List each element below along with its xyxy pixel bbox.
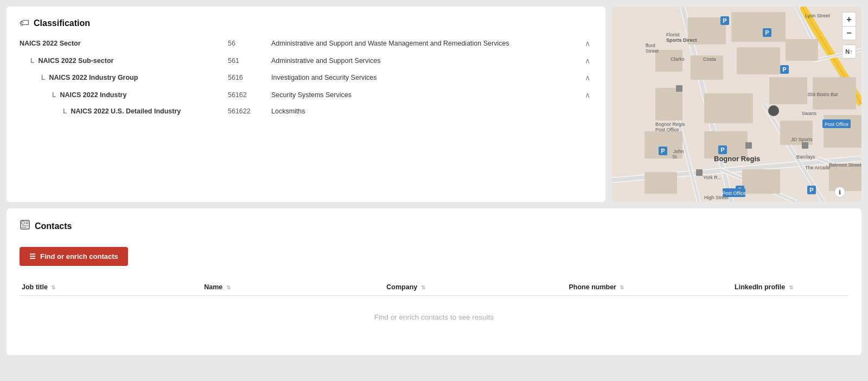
svg-rect-24: [786, 39, 818, 61]
col-header-linkedin: LinkedIn profile ⇅: [732, 279, 848, 296]
naics-row: L NAICS 2022 Industry Group5616Investiga…: [20, 69, 592, 87]
col-header-phone: Phone number ⇅: [566, 279, 732, 296]
svg-rect-35: [829, 164, 861, 191]
svg-text:Florist: Florist: [666, 32, 680, 37]
contacts-table-header: Job title ⇅ Name ⇅ Company ⇅ Phone numbe…: [20, 279, 848, 296]
naics-label-2: L NAICS 2022 Industry Group: [20, 69, 226, 87]
naics-name-0: Administrative and Support and Waste Man…: [269, 35, 579, 53]
find-btn-icon: ☰: [29, 252, 36, 261]
col-header-name: Name ⇅: [202, 279, 384, 296]
svg-text:The Arcade: The Arcade: [805, 165, 830, 170]
naics-prefix-4: L: [63, 107, 68, 115]
main-layout: 🏷 Classification NAICS 2022 Sector56Admi…: [7, 7, 861, 355]
classification-title: Classification: [34, 18, 90, 28]
svg-text:Clarks: Clarks: [671, 56, 685, 62]
naics-expand-4: [579, 104, 592, 120]
naics-expand-0[interactable]: ∧: [579, 35, 592, 53]
svg-rect-79: [696, 169, 703, 176]
naics-expand-3[interactable]: ∧: [579, 87, 592, 104]
svg-text:P: P: [720, 147, 724, 153]
naics-label-3: L NAICS 2022 Industry: [20, 87, 226, 104]
svg-rect-76: [676, 85, 682, 92]
zoom-out-button[interactable]: −: [842, 26, 856, 40]
sort-icon-name[interactable]: ⇅: [226, 284, 231, 290]
svg-text:Post Office: Post Office: [655, 127, 679, 132]
svg-rect-27: [769, 77, 807, 104]
col-header-company: Company ⇅: [384, 279, 566, 296]
svg-text:Bognor Regis: Bognor Regis: [714, 155, 760, 163]
svg-text:York R...: York R...: [703, 175, 722, 180]
svg-text:JD Sports: JD Sports: [791, 137, 813, 142]
contacts-header: Contacts: [20, 219, 848, 233]
zoom-in-button[interactable]: +: [842, 12, 856, 26]
find-btn-label: Find or enrich contacts: [40, 252, 118, 261]
svg-rect-34: [742, 169, 780, 194]
svg-text:Belmont Street: Belmont Street: [829, 162, 861, 168]
svg-rect-81: [22, 221, 24, 224]
svg-text:Bognor Regis: Bognor Regis: [655, 122, 685, 127]
naics-prefix-3: L: [52, 91, 58, 99]
svg-text:P: P: [782, 66, 786, 73]
naics-code-2: 5616: [226, 69, 269, 87]
contacts-icon: [20, 219, 30, 233]
contacts-panel: Contacts ☰ Find or enrich contacts Job t…: [7, 208, 861, 355]
naics-code-1: 561: [226, 53, 269, 70]
svg-text:Clarence Road: Clarence Road: [860, 77, 861, 110]
svg-text:P: P: [661, 148, 665, 154]
naics-expand-2[interactable]: ∧: [579, 69, 592, 87]
svg-text:fford: fford: [646, 43, 655, 48]
col-header-job-title: Job title ⇅: [20, 279, 202, 296]
naics-code-3: 56162: [226, 87, 269, 104]
top-row: 🏷 Classification NAICS 2022 Sector56Admi…: [7, 7, 861, 202]
contacts-empty-state: Find or enrich contacts to see results: [20, 296, 848, 339]
map-panel: P P P P P P P Post Office: [612, 7, 861, 202]
naics-label-4: L NAICS 2022 U.S. Detailed Industry: [20, 104, 226, 120]
map-info-button[interactable]: ℹ: [834, 187, 845, 198]
svg-text:Costa: Costa: [703, 56, 716, 62]
classification-panel: 🏷 Classification NAICS 2022 Sector56Admi…: [7, 7, 605, 202]
naics-code-0: 56: [226, 35, 269, 53]
naics-name-3: Security Systems Services: [269, 87, 579, 104]
map-svg: P P P P P P P Post Office: [612, 7, 861, 202]
find-enrich-contacts-button[interactable]: ☰ Find or enrich contacts: [20, 247, 128, 266]
naics-row: L NAICS 2022 Sub-sector561Administrative…: [20, 53, 592, 70]
naics-row: L NAICS 2022 U.S. Detailed Industry56162…: [20, 104, 592, 120]
contacts-title: Contacts: [35, 221, 72, 231]
classification-header: 🏷 Classification: [20, 17, 592, 29]
svg-rect-77: [745, 142, 752, 149]
sort-icon-company[interactable]: ⇅: [421, 284, 425, 290]
svg-text:P: P: [765, 29, 769, 36]
naics-row: NAICS 2022 Sector56Administrative and Su…: [20, 35, 592, 53]
svg-point-75: [768, 105, 779, 116]
svg-rect-23: [737, 47, 780, 74]
naics-name-2: Investigation and Security Services: [269, 69, 579, 87]
svg-text:Swans: Swans: [802, 111, 817, 116]
svg-text:Barclays: Barclays: [796, 154, 815, 160]
map-container: P P P P P P P Post Office: [612, 7, 861, 202]
tag-icon: 🏷: [20, 17, 29, 29]
svg-text:High Street: High Street: [704, 195, 729, 200]
naics-name-1: Administrative and Support Services: [269, 53, 579, 70]
sort-icon-linkedin[interactable]: ⇅: [789, 284, 793, 290]
svg-text:P: P: [809, 187, 813, 193]
svg-rect-26: [704, 93, 753, 123]
naics-label-1: L NAICS 2022 Sub-sector: [20, 53, 226, 70]
naics-label-0: NAICS 2022 Sector: [20, 35, 226, 53]
naics-expand-1[interactable]: ∧: [579, 53, 592, 70]
svg-text:Sports Direct: Sports Direct: [666, 37, 697, 43]
naics-prefix-1: L: [30, 57, 36, 65]
north-indicator: N↑: [842, 45, 856, 59]
naics-row: L NAICS 2022 Industry56162Security Syste…: [20, 87, 592, 104]
sort-icon-phone[interactable]: ⇅: [620, 284, 624, 290]
sort-icon-job-title[interactable]: ⇅: [51, 284, 55, 290]
naics-code-4: 561622: [226, 104, 269, 120]
svg-text:St.: St.: [672, 154, 678, 160]
svg-rect-25: [655, 88, 682, 120]
svg-text:359 Bistro Bar: 359 Bistro Bar: [807, 92, 838, 97]
svg-text:Street: Street: [646, 48, 659, 54]
svg-rect-20: [731, 12, 786, 42]
contacts-table: Job title ⇅ Name ⇅ Company ⇅ Phone numbe…: [20, 279, 848, 296]
svg-rect-33: [644, 172, 677, 194]
naics-prefix-2: L: [41, 74, 47, 81]
naics-table: NAICS 2022 Sector56Administrative and Su…: [20, 35, 592, 120]
